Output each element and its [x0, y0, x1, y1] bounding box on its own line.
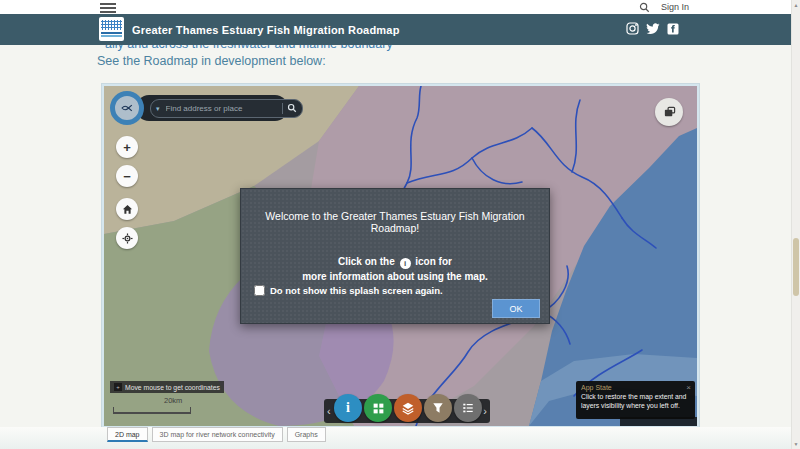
tab-graphs[interactable]: Graphs — [287, 427, 326, 442]
twitter-icon[interactable] — [646, 23, 660, 35]
view-tabs: 2D map 3D map for river network connecti… — [0, 427, 792, 449]
basemap-icon — [663, 106, 676, 119]
tab-3d-map[interactable]: 3D map for river network connectivity — [152, 427, 283, 442]
locate-button[interactable] — [116, 227, 138, 249]
toast-title: App State — [576, 381, 695, 392]
page: Sign In ▲ ▼ Greater Thames Estuary Fish … — [0, 0, 800, 449]
scroll-down-icon[interactable]: ▼ — [792, 441, 800, 447]
facebook-icon[interactable] — [667, 23, 679, 35]
divider — [282, 103, 283, 114]
search-icon[interactable] — [639, 2, 650, 13]
splash-checkbox[interactable] — [254, 285, 265, 296]
apps-button[interactable] — [364, 394, 392, 422]
map-search-box: ▾ — [136, 95, 288, 121]
legend-icon — [462, 402, 474, 414]
browser-page-topbar: Sign In — [0, 0, 792, 14]
coordinates-icon[interactable]: + — [114, 383, 122, 391]
filter-button[interactable] — [424, 394, 452, 422]
intro-subtitle: See the Roadmap in development below: — [97, 54, 326, 68]
zoom-out-button[interactable]: − — [116, 165, 138, 187]
zoom-in-button[interactable]: + — [116, 136, 138, 158]
toast-body: Click to restore the map extent and laye… — [576, 392, 695, 410]
map-logo-button[interactable] — [110, 91, 144, 125]
info-button[interactable]: i — [334, 394, 362, 422]
menu-icon[interactable] — [100, 3, 116, 13]
toolbar-next-icon[interactable]: › — [483, 405, 487, 417]
scrollbar-thumb[interactable] — [793, 238, 799, 296]
info-icon: i — [400, 258, 411, 269]
ok-button[interactable]: OK — [492, 299, 540, 318]
sign-in-link[interactable]: Sign In — [661, 2, 689, 12]
filter-icon — [432, 402, 444, 414]
tab-2d-map[interactable]: 2D map — [107, 427, 148, 442]
splash-checkbox-label[interactable]: Do not show this splash screen again. — [270, 285, 443, 296]
app-state-toast[interactable]: App State × Click to restore the map ext… — [576, 381, 695, 419]
locate-icon — [122, 233, 133, 244]
basemap-toggle-button[interactable] — [655, 98, 683, 126]
search-source-caret-icon[interactable]: ▾ — [156, 105, 160, 112]
widget-toolbar: ‹ i — [324, 399, 490, 423]
site-header: Greater Thames Estuary Fish Migration Ro… — [0, 14, 792, 45]
logo-pattern — [101, 20, 122, 30]
close-icon[interactable]: × — [686, 383, 691, 392]
scale-label: 20km — [164, 396, 182, 405]
page-scrollbar[interactable]: ▲ ▼ — [791, 0, 800, 449]
splash-info-line: Click on the i icon for — [241, 256, 549, 269]
map-search-icon[interactable] — [287, 103, 297, 113]
fish-logo-icon — [121, 102, 133, 114]
home-icon — [122, 204, 133, 215]
splash-dialog: Welcome to the Greater Thames Estuary Fi… — [240, 188, 550, 324]
home-button[interactable] — [116, 198, 138, 220]
site-logo[interactable] — [99, 17, 124, 41]
splash-info-line-2: more information about using the map. — [241, 271, 549, 282]
toolbar-prev-icon[interactable]: ‹ — [327, 405, 331, 417]
map-frame: ▾ + − — [104, 86, 697, 426]
layers-button[interactable] — [394, 394, 422, 422]
instagram-icon[interactable] — [626, 22, 639, 35]
map-search-input[interactable] — [164, 103, 278, 114]
coordinates-hint: + Move mouse to get coordinates — [110, 381, 224, 393]
splash-title: Welcome to the Greater Thames Estuary Fi… — [241, 210, 549, 234]
apps-grid-icon — [372, 402, 385, 415]
scale-bar — [113, 407, 191, 414]
layers-icon — [401, 401, 415, 415]
scroll-up-icon[interactable]: ▲ — [792, 2, 800, 8]
page-title: Greater Thames Estuary Fish Migration Ro… — [132, 24, 400, 36]
legend-button[interactable] — [454, 394, 482, 422]
